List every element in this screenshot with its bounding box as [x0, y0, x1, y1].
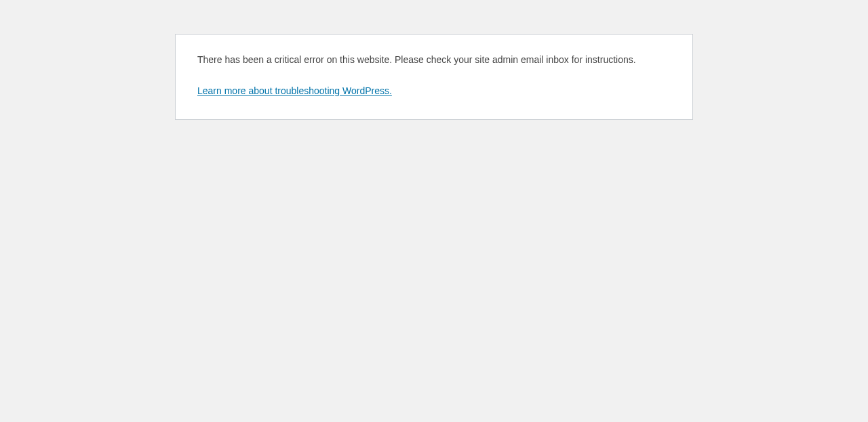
- error-message: There has been a critical error on this …: [197, 52, 671, 67]
- error-dialog: There has been a critical error on this …: [175, 34, 693, 120]
- troubleshooting-link[interactable]: Learn more about troubleshooting WordPre…: [197, 85, 392, 96]
